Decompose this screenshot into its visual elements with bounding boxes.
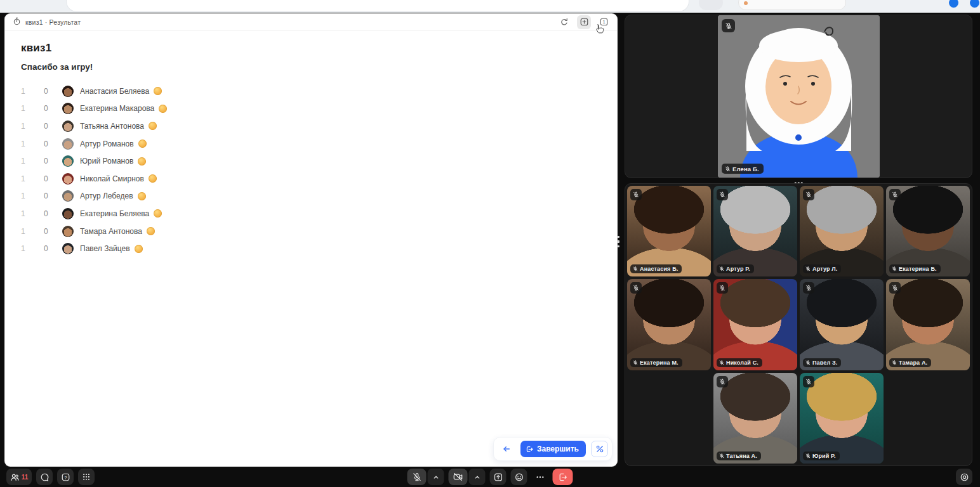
video-tile[interactable]: Татьяна А. [713, 373, 797, 464]
result-name: Артур Лебедев [80, 192, 133, 200]
participant-name-pill: Анастасия Б. [630, 264, 682, 273]
quiz-result-row: 10Артур Лебедев [21, 188, 602, 205]
quiz-result-row: 10Артур Романов [21, 135, 602, 153]
quiz-header-actions: 1 [557, 15, 611, 29]
chevron-up-icon [473, 474, 480, 481]
avatar [62, 86, 74, 97]
leave-call-button[interactable] [553, 469, 573, 485]
participant-name-pill: Артур Р. [717, 264, 754, 273]
svg-text:1: 1 [602, 19, 605, 25]
quiz-panel: квиз1 · Результат [5, 14, 617, 466]
back-button[interactable] [498, 441, 515, 457]
more-options-button[interactable] [532, 469, 548, 485]
result-score: 0 [44, 227, 56, 236]
video-tile[interactable]: Анастасия Б. [627, 186, 711, 276]
browser-chrome-strip [0, 0, 980, 13]
main-video-feed: Елена Б. [718, 15, 880, 178]
record-button[interactable] [956, 469, 972, 485]
browser-pill[interactable] [699, 0, 723, 10]
mic-muted-icon [803, 189, 814, 200]
quiz-title: квиз1 [21, 42, 602, 55]
mic-muted-icon [717, 376, 728, 387]
browser-extension-icon[interactable] [970, 0, 979, 8]
video-tile[interactable]: Юрий Р. [800, 373, 884, 464]
avatar [62, 138, 74, 150]
avatar [62, 243, 74, 254]
avatar [62, 208, 74, 219]
refresh-button[interactable] [557, 15, 571, 29]
result-rank: 1 [21, 192, 34, 200]
participant-name-pill: Николай С. [717, 358, 762, 367]
mic-muted-icon [633, 360, 638, 365]
exit-icon [526, 445, 534, 453]
participant-name-pill: Екатерина Б. [889, 264, 941, 273]
panel-view-button[interactable]: 1 [597, 15, 611, 29]
emoji-icon [514, 472, 524, 482]
avatar [62, 190, 74, 202]
panel-resize-grip[interactable] [616, 231, 620, 252]
video-tile[interactable]: Тамара А. [886, 279, 970, 370]
results-percent-button[interactable] [591, 441, 608, 457]
video-tile[interactable]: Павел З. [800, 279, 884, 370]
mic-muted-icon [633, 266, 638, 271]
avatar [62, 103, 74, 114]
finish-quiz-button[interactable]: Завершить [520, 441, 586, 457]
camera-toggle-button[interactable] [449, 469, 468, 485]
avatar [62, 226, 74, 237]
mic-muted-icon [719, 453, 724, 458]
video-tile[interactable]: Артур Р. [713, 186, 797, 276]
svg-text:?: ? [64, 474, 67, 480]
video-tile[interactable]: Екатерина Б. [886, 186, 970, 276]
participant-name-pill: Павел З. [803, 358, 841, 367]
participant-name: Артур Р. [726, 266, 750, 272]
participants-button[interactable]: 11 [6, 469, 32, 485]
video-tile[interactable]: Артур Л. [800, 186, 884, 276]
participant-name: Тамара А. [899, 360, 927, 366]
quiz-result-row: 10Николай Смирнов [21, 170, 602, 188]
quiz-panel-header: квиз1 · Результат [5, 14, 617, 30]
camera-options-chevron[interactable] [469, 469, 486, 485]
toolbar-center-group [407, 469, 573, 485]
result-name: Павел Зайцев [80, 244, 130, 253]
mic-muted-icon [725, 166, 731, 172]
result-score: 0 [44, 140, 56, 148]
result-rank: 1 [21, 122, 34, 131]
coin-icon [159, 105, 167, 113]
chevron-up-icon [432, 474, 439, 481]
popout-button[interactable] [577, 15, 591, 29]
mic-toggle-button[interactable] [407, 469, 427, 485]
main-video-tile[interactable]: Елена Б. [625, 15, 972, 178]
toolbar-right-group [956, 469, 972, 485]
result-name: Тамара Антонова [80, 227, 142, 236]
browser-extension-icon[interactable] [949, 0, 958, 8]
participant-name: Юрий Р. [812, 453, 836, 459]
result-score: 0 [44, 174, 56, 183]
apps-button[interactable] [78, 469, 95, 485]
mic-muted-icon [719, 360, 724, 365]
video-tile[interactable]: Екатерина М. [627, 279, 711, 370]
browser-address-bar[interactable] [67, 0, 689, 11]
record-icon [960, 472, 969, 482]
result-rank: 1 [21, 87, 34, 96]
mic-muted-icon [892, 360, 897, 365]
participant-name: Павел З. [812, 360, 837, 366]
share-screen-button[interactable] [490, 469, 507, 485]
mic-options-chevron[interactable] [428, 469, 444, 485]
result-name: Анастасия Беляева [80, 87, 149, 96]
video-tile[interactable]: Николай С. [713, 279, 797, 370]
share-screen-icon [493, 472, 503, 482]
coin-icon [154, 87, 162, 95]
mic-muted-icon [889, 189, 901, 200]
camera-off-icon [453, 472, 463, 482]
participants-count-badge: 11 [22, 474, 29, 481]
browser-secondary-bar[interactable] [738, 0, 846, 10]
mic-off-icon [412, 472, 421, 482]
mic-muted-icon [719, 266, 724, 271]
help-button[interactable]: ? [57, 469, 74, 485]
reactions-button[interactable] [511, 469, 527, 485]
result-score: 0 [44, 104, 56, 113]
result-rank: 1 [21, 227, 34, 236]
participant-name-pill: Юрий Р. [803, 451, 840, 460]
chat-button[interactable] [36, 469, 53, 485]
avatar-illustration [718, 15, 880, 178]
